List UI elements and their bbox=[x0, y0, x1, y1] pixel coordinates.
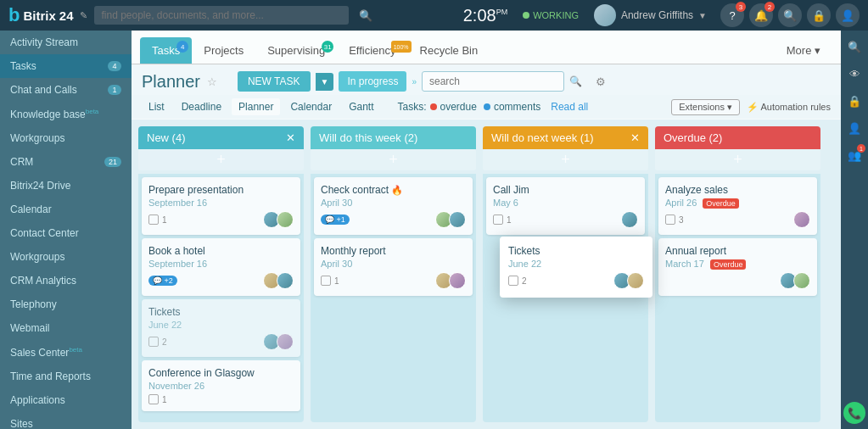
col-title-overdue: Overdue (2) bbox=[664, 131, 722, 144]
task-card[interactable]: Check contract 🔥 April 30 💬 +1 bbox=[314, 177, 473, 235]
task-date: May 6 bbox=[493, 198, 638, 208]
read-all-link[interactable]: Read all bbox=[551, 101, 588, 113]
task-meta: 3 bbox=[665, 211, 810, 228]
sidebar-item-drive[interactable]: Bitrix24 Drive bbox=[0, 174, 132, 198]
extensions-button[interactable]: Extensions ▾ bbox=[671, 99, 740, 115]
right-icon-eye[interactable]: 👁 bbox=[843, 63, 865, 85]
nav-tabs: Tasks 4 Projects Supervising 31 Efficien… bbox=[132, 31, 841, 64]
crm-badge: 21 bbox=[104, 157, 121, 167]
task-card[interactable]: Prepare presentation September 16 1 bbox=[142, 177, 300, 235]
sidebar-item-crm-analytics[interactable]: CRM Analytics bbox=[0, 269, 132, 292]
status-filter[interactable]: In progress bbox=[339, 71, 406, 92]
task-card[interactable]: Tickets June 22 2 bbox=[142, 299, 300, 357]
users-badge: 1 bbox=[857, 144, 865, 153]
notifications-badge: 2 bbox=[764, 2, 775, 12]
task-meta: 💬 +2 bbox=[148, 272, 294, 289]
users-icon[interactable]: 👤 bbox=[836, 3, 860, 27]
task-avatars bbox=[797, 211, 810, 228]
lock-icon[interactable]: 🔒 bbox=[807, 3, 831, 27]
tasks-filter-label: Tasks: bbox=[398, 101, 427, 113]
floating-task-card[interactable]: Tickets June 22 2 bbox=[500, 237, 652, 298]
task-avatars bbox=[266, 272, 294, 289]
sidebar: Activity Stream Tasks 4 Chat and Calls 1… bbox=[0, 31, 132, 429]
star-icon[interactable]: ☆ bbox=[207, 75, 217, 88]
sidebar-item-applications[interactable]: Applications bbox=[0, 388, 132, 412]
new-task-button[interactable]: NEW TASK bbox=[238, 71, 311, 92]
view-tab-list[interactable]: List bbox=[142, 98, 171, 115]
view-tab-planner[interactable]: Planner bbox=[232, 98, 280, 115]
user-info[interactable]: Andrew Griffiths ▼ bbox=[594, 4, 707, 26]
task-date: November 26 bbox=[148, 381, 294, 391]
sidebar-item-knowledge[interactable]: Knowledge basebeta bbox=[0, 102, 132, 126]
notifications-icon[interactable]: 🔔 2 bbox=[749, 3, 773, 27]
view-tab-deadline[interactable]: Deadline bbox=[175, 98, 228, 115]
sidebar-item-activity[interactable]: Activity Stream bbox=[0, 31, 132, 54]
sidebar-item-crm[interactable]: CRM 21 bbox=[0, 150, 132, 174]
task-card[interactable]: Call Jim May 6 1 bbox=[486, 177, 645, 235]
tab-more[interactable]: More ▾ bbox=[775, 37, 832, 64]
task-card[interactable]: Book a hotel September 16 💬 +2 bbox=[142, 238, 300, 296]
sidebar-item-reports[interactable]: Time and Reports bbox=[0, 365, 132, 388]
right-icon-green[interactable]: 📞 bbox=[843, 402, 865, 424]
edit-icon[interactable]: ✎ bbox=[80, 10, 87, 21]
search-input[interactable] bbox=[94, 6, 349, 25]
task-search[interactable] bbox=[422, 71, 564, 92]
chat-badge: 💬 +1 bbox=[321, 214, 350, 225]
sidebar-item-tasks[interactable]: Tasks 4 bbox=[0, 54, 132, 78]
tasks-filter: Tasks: overdue comments Read all bbox=[398, 101, 589, 113]
column-new: New (4) ✕ + Prepare presentation Septemb… bbox=[138, 126, 304, 422]
search-icon-top[interactable]: 🔍 bbox=[778, 3, 802, 27]
sidebar-item-workgroups[interactable]: Workgroups bbox=[0, 126, 132, 150]
task-card[interactable]: Annual report March 17 Overdue bbox=[658, 238, 817, 296]
view-tab-gantt[interactable]: Gantt bbox=[342, 98, 380, 115]
sidebar-item-workgroups2[interactable]: Workgroups bbox=[0, 245, 132, 269]
tab-supervising[interactable]: Supervising 31 bbox=[255, 37, 337, 64]
help-icon[interactable]: ? 3 bbox=[720, 3, 744, 27]
col-options-new[interactable]: ✕ bbox=[286, 131, 295, 144]
sidebar-item-telephony[interactable]: Telephony bbox=[0, 292, 132, 316]
right-icon-person[interactable]: 👤 bbox=[843, 117, 865, 139]
task-date: April 30 bbox=[321, 259, 466, 269]
col-body-willnext: Call Jim May 6 1 bbox=[483, 174, 648, 422]
sidebar-item-label: Sales Centerbeta bbox=[10, 346, 82, 359]
col-add-new[interactable]: + bbox=[138, 149, 304, 170]
tab-recycle[interactable]: Recycle Bin bbox=[408, 37, 490, 64]
col-add-willnext[interactable]: + bbox=[483, 149, 648, 170]
col-title-willnext: Will do next week (1) bbox=[491, 131, 594, 144]
logo: b Bitrix 24 bbox=[8, 4, 73, 26]
search-icon[interactable]: 🔍 bbox=[359, 9, 372, 22]
automation-rules-button[interactable]: ⚡ Automation rules bbox=[747, 102, 831, 113]
task-card[interactable]: Monthly report April 30 1 bbox=[314, 238, 473, 296]
sidebar-item-contact[interactable]: Contact Center bbox=[0, 221, 132, 245]
task-avatars bbox=[266, 333, 294, 350]
task-card[interactable]: Analyze sales April 26 Overdue 3 bbox=[658, 177, 817, 235]
view-tab-calendar[interactable]: Calendar bbox=[283, 98, 339, 115]
overdue-badge: Overdue bbox=[710, 259, 747, 270]
sidebar-item-sites[interactable]: Sites bbox=[0, 412, 132, 429]
sidebar-item-chat[interactable]: Chat and Calls 1 bbox=[0, 78, 132, 102]
search-go-icon[interactable]: 🔍 bbox=[569, 75, 582, 87]
tab-tasks[interactable]: Tasks 4 bbox=[140, 37, 192, 64]
col-add-overdue[interactable]: + bbox=[655, 149, 820, 170]
tasks-tab-badge: 4 bbox=[176, 41, 188, 53]
new-task-dropdown[interactable]: ▼ bbox=[316, 73, 334, 91]
tab-projects[interactable]: Projects bbox=[192, 37, 255, 64]
right-icon-search[interactable]: 🔍 bbox=[843, 36, 865, 58]
task-title: Conference in Glasgow bbox=[148, 367, 294, 379]
sidebar-item-calendar[interactable]: Calendar bbox=[0, 198, 132, 221]
col-title-willdo: Will do this week (2) bbox=[319, 131, 417, 144]
col-add-willdo[interactable]: + bbox=[311, 149, 476, 170]
right-icon-lock[interactable]: 🔒 bbox=[843, 90, 865, 112]
task-title: Check contract 🔥 bbox=[321, 184, 466, 196]
right-icon-users[interactable]: 👥 1 bbox=[843, 144, 865, 166]
right-panel: 🔍 👁 🔒 👤 👥 1 📞 bbox=[841, 31, 868, 429]
sidebar-item-label: Tasks bbox=[10, 60, 36, 72]
task-card[interactable]: Conference in Glasgow November 26 1 bbox=[142, 360, 300, 411]
topbar-action-icons: ? 3 🔔 2 🔍 🔒 👤 bbox=[720, 3, 860, 27]
sidebar-item-sales[interactable]: Sales Centerbeta bbox=[0, 340, 132, 365]
col-close-willnext[interactable]: ✕ bbox=[630, 131, 640, 144]
sidebar-item-webmail[interactable]: Webmail bbox=[0, 316, 132, 340]
tab-efficiency[interactable]: Efficiency 100% bbox=[337, 37, 407, 64]
sidebar-item-label: Contact Center bbox=[10, 227, 79, 239]
settings-icon[interactable]: ⚙ bbox=[596, 75, 606, 88]
